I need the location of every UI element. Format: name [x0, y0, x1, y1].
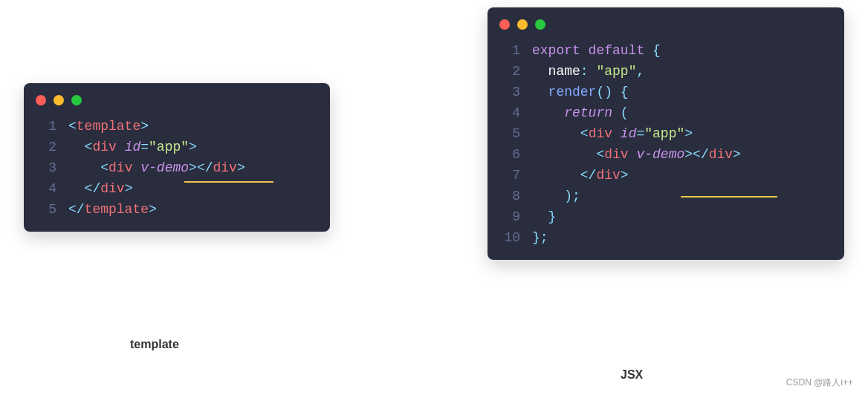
token: <: [580, 126, 589, 141]
token: >: [621, 168, 629, 183]
token: () {: [596, 85, 628, 99]
line-content: <div v-demo></div>: [532, 144, 844, 165]
code-line: 1export default {: [488, 40, 844, 61]
line-content: export default {: [532, 40, 844, 61]
line-number: 5: [488, 123, 532, 144]
line-number: 5: [24, 199, 68, 220]
line-content: <div id="app">: [68, 137, 330, 157]
code-body-right: 1export default {2 name: "app",3 render(…: [488, 40, 844, 248]
token: </: [197, 160, 213, 175]
code-window-template: 1<template>2 <div id="app">3 <div v-demo…: [24, 83, 330, 232]
line-number: 3: [24, 157, 68, 178]
line-number: 8: [488, 186, 532, 206]
window-close-icon: [36, 95, 46, 105]
token: return: [564, 105, 621, 120]
token: div: [213, 160, 236, 175]
token: "app": [596, 64, 636, 79]
caption-template: template: [130, 338, 179, 351]
token: export default: [532, 43, 652, 58]
token: >: [189, 160, 197, 175]
line-number: 2: [24, 137, 68, 157]
code-window-jsx: 1export default {2 name: "app",3 render(…: [488, 7, 844, 260]
token: >: [684, 126, 693, 141]
token: id: [621, 126, 637, 141]
line-number: 2: [488, 61, 532, 82]
code-line: 8 );: [488, 186, 844, 206]
line-content: name: "app",: [532, 61, 844, 82]
line-content: return (: [532, 102, 844, 123]
line-content: </template>: [68, 199, 330, 220]
code-line: 1<template>: [24, 116, 330, 137]
token: "app": [644, 126, 684, 141]
token: >: [733, 147, 741, 162]
code-line: 6 <div v-demo></div>: [488, 144, 844, 165]
token: ,: [636, 64, 644, 79]
window-min-icon: [517, 19, 528, 30]
token: >: [237, 160, 245, 175]
token: v-demo: [140, 160, 189, 175]
window-max-icon: [535, 19, 545, 30]
token: }: [548, 209, 557, 224]
token: template: [85, 202, 149, 217]
token: v-demo: [636, 147, 684, 162]
line-number: 1: [24, 116, 68, 137]
token: <: [68, 119, 77, 134]
token: :: [580, 64, 597, 79]
token: >: [149, 202, 157, 217]
token: {: [652, 43, 661, 58]
code-line: 4 return (: [488, 102, 844, 123]
token: div: [589, 126, 621, 141]
code-body-left: 1<template>2 <div id="app">3 <div v-demo…: [24, 116, 330, 220]
token: div: [596, 168, 620, 183]
line-number: 7: [488, 165, 532, 186]
token: div: [92, 140, 124, 154]
line-content: };: [532, 227, 844, 248]
line-number: 9: [488, 206, 532, 227]
token: id: [125, 140, 141, 154]
code-line: 9 }: [488, 206, 844, 227]
token: =: [636, 126, 644, 141]
watermark: CSDN @路人i++: [786, 376, 853, 389]
line-number: 3: [488, 82, 532, 102]
token: (: [621, 105, 629, 120]
token: </: [85, 181, 101, 196]
code-line: 7 </div>: [488, 165, 844, 186]
token: </: [68, 202, 85, 217]
code-line: 4 </div>: [24, 178, 330, 199]
token: name: [548, 64, 580, 79]
line-content: <div v-demo></div>: [68, 157, 330, 178]
underline-highlight: [681, 196, 777, 197]
token: </: [693, 147, 709, 162]
line-content: <template>: [68, 116, 330, 137]
token: <: [596, 147, 604, 162]
token: >: [684, 147, 693, 162]
code-line: 5</template>: [24, 199, 330, 220]
line-content: }: [532, 206, 844, 227]
token: );: [564, 189, 580, 203]
line-number: 1: [488, 40, 532, 61]
token: >: [189, 140, 197, 154]
line-number: 4: [24, 178, 68, 199]
traffic-lights: [488, 19, 844, 40]
token: div: [108, 160, 140, 175]
window-min-icon: [54, 95, 64, 105]
window-max-icon: [71, 95, 82, 105]
token: };: [532, 230, 548, 245]
code-line: 2 <div id="app">: [24, 137, 330, 157]
line-number: 4: [488, 102, 532, 123]
token: div: [604, 147, 636, 162]
token: </: [580, 168, 597, 183]
line-content: <div id="app">: [532, 123, 844, 144]
token: =: [140, 140, 149, 154]
caption-jsx: JSX: [621, 368, 643, 382]
token: div: [100, 181, 124, 196]
code-line: 10};: [488, 227, 844, 248]
token: template: [77, 119, 140, 134]
code-line: 5 <div id="app">: [488, 123, 844, 144]
code-line: 3 <div v-demo></div>: [24, 157, 330, 178]
token: <: [100, 160, 108, 175]
underline-highlight: [184, 181, 273, 183]
code-line: 3 render() {: [488, 82, 844, 102]
token: render: [548, 85, 597, 99]
traffic-lights: [24, 95, 330, 116]
